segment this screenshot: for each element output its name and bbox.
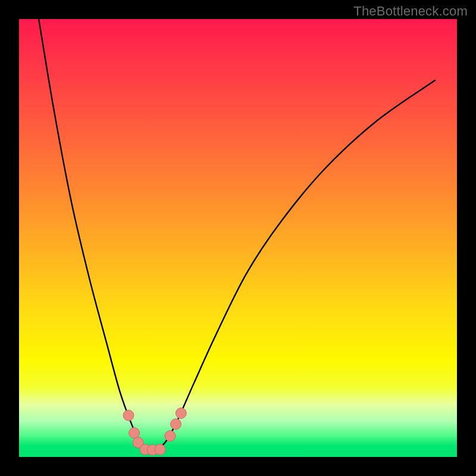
chart-svg — [19, 19, 457, 457]
bottleneck-curve — [39, 19, 435, 450]
watermark-text: TheBottleneck.com — [353, 4, 468, 19]
data-marker — [170, 419, 181, 430]
data-marker — [165, 431, 176, 441]
chart-frame: TheBottleneck.com — [0, 0, 476, 476]
marker-layer — [123, 408, 186, 455]
data-marker — [123, 410, 134, 421]
plot-area — [19, 19, 457, 457]
data-marker — [129, 428, 140, 439]
data-marker — [176, 408, 186, 418]
curve-layer — [39, 19, 435, 450]
data-marker — [155, 444, 165, 455]
